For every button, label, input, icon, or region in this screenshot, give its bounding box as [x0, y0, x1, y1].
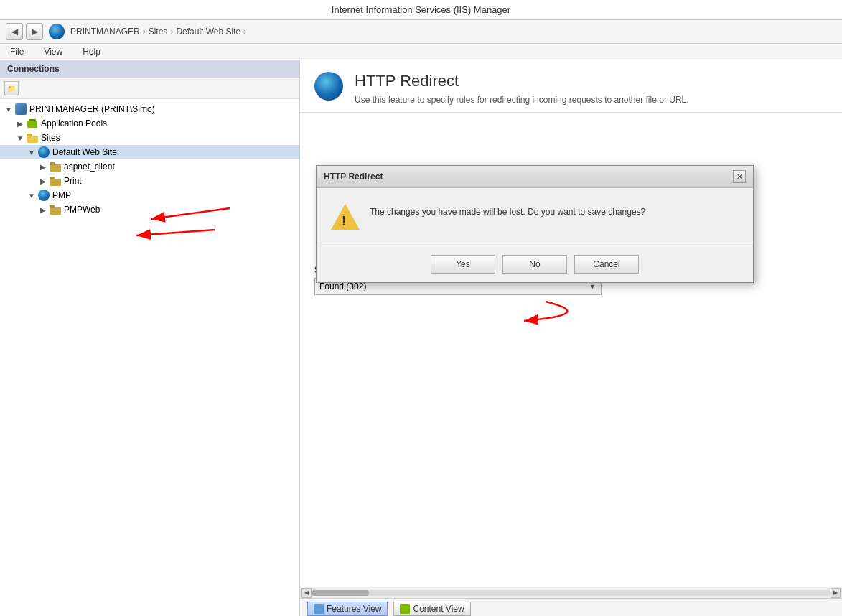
nav-bar: ◀ ▶ PRINTMANAGER › Sites › Default Web S… — [0, 20, 842, 44]
connections-tree: ▼ PRINTMANAGER (PRINT\Simo) ▶ Applicatio… — [0, 99, 299, 616]
warning-icon — [331, 202, 360, 231]
dialog-title: HTTP Redirect — [324, 172, 383, 182]
content-globe-icon — [314, 72, 343, 101]
menu-view[interactable]: View — [39, 45, 67, 58]
svg-rect-9 — [50, 207, 61, 215]
scroll-track[interactable] — [312, 590, 831, 596]
content-view-button[interactable]: Content View — [393, 602, 470, 616]
scroll-right-button[interactable]: ▶ — [831, 588, 841, 598]
main-layout: Connections 📁 ▼ PRINTMANAGER (PRINT\Simo… — [0, 60, 842, 616]
toolbar-icon[interactable]: 📁 — [4, 81, 19, 95]
tree-item-root[interactable]: ▼ PRINTMANAGER (PRINT\Simo) — [0, 102, 299, 116]
pmp-icon — [37, 190, 50, 201]
tree-item-sites[interactable]: ▼ Sites — [0, 131, 299, 145]
nav-globe-icon — [49, 24, 65, 39]
defaultwebsite-icon — [37, 146, 50, 158]
server-icon — [14, 103, 27, 115]
breadcrumb-item-2[interactable]: Sites — [149, 27, 168, 37]
breadcrumb-item-1[interactable]: PRINTMANAGER — [70, 27, 140, 37]
svg-rect-4 — [27, 134, 32, 136]
svg-rect-0 — [27, 121, 37, 128]
content-title: HTTP Redirect — [355, 72, 689, 90]
dialog-body: The changes you have made will be lost. … — [317, 188, 753, 246]
back-button[interactable]: ◀ — [6, 23, 23, 40]
aspnet-icon — [49, 161, 62, 172]
tree-item-print[interactable]: ▶ Print — [0, 174, 299, 188]
tree-item-apppools[interactable]: ▶ Application Pools — [0, 116, 299, 131]
connections-panel: Connections 📁 ▼ PRINTMANAGER (PRINT\Simo… — [0, 60, 300, 616]
sites-icon — [26, 132, 39, 144]
dialog-close-button[interactable]: ✕ — [733, 170, 746, 183]
tree-item-defaultwebsite[interactable]: ▼ Default Web Site — [0, 145, 299, 159]
tree-item-pmpweb[interactable]: ▶ PMPWeb — [0, 202, 299, 217]
svg-rect-5 — [50, 164, 61, 172]
breadcrumb: PRINTMANAGER › Sites › Default Web Site … — [70, 27, 246, 37]
window-title: Internet Information Services (IIS) Mana… — [332, 4, 510, 15]
breadcrumb-item-3[interactable]: Default Web Site — [176, 27, 240, 37]
features-view-button[interactable]: Features View — [307, 602, 388, 616]
content-header: HTTP Redirect Use this feature to specif… — [300, 60, 842, 113]
svg-rect-7 — [50, 179, 61, 186]
scroll-thumb — [312, 590, 369, 596]
dialog-message: The changes you have made will be lost. … — [370, 202, 739, 217]
svg-rect-10 — [50, 205, 55, 208]
scroll-left-button[interactable]: ◀ — [301, 588, 312, 598]
dialog-cancel-button[interactable]: Cancel — [574, 255, 639, 274]
features-view-icon — [314, 604, 324, 614]
content-description: Use this feature to specify rules for re… — [355, 95, 689, 105]
title-bar: Internet Information Services (IIS) Mana… — [0, 0, 842, 20]
svg-rect-1 — [29, 119, 36, 121]
apppool-icon — [26, 118, 39, 129]
svg-rect-6 — [50, 162, 55, 165]
http-redirect-dialog: HTTP Redirect ✕ The changes you have mad… — [316, 165, 754, 283]
connections-toolbar: 📁 — [0, 78, 299, 99]
connections-header: Connections — [0, 60, 299, 78]
forward-button[interactable]: ▶ — [26, 23, 43, 40]
horizontal-scrollbar: ◀ ▶ — [300, 587, 842, 598]
bottom-bar: Features View Content View — [300, 598, 842, 616]
menu-help[interactable]: Help — [78, 45, 105, 58]
svg-rect-8 — [50, 177, 55, 179]
dialog-footer: Yes No Cancel — [317, 246, 753, 282]
pmpweb-icon — [49, 204, 62, 215]
content-view-icon — [400, 604, 410, 614]
dialog-no-button[interactable]: No — [502, 255, 567, 274]
dialog-title-bar: HTTP Redirect ✕ — [317, 166, 753, 188]
menu-bar: File View Help — [0, 44, 842, 60]
menu-file[interactable]: File — [6, 45, 28, 58]
tree-item-pmp[interactable]: ▼ PMP — [0, 188, 299, 202]
dialog-yes-button[interactable]: Yes — [431, 255, 495, 274]
content-area: HTTP Redirect Use this feature to specif… — [300, 60, 842, 616]
tree-item-aspnet[interactable]: ▶ aspnet_client — [0, 159, 299, 174]
print-icon — [49, 175, 62, 187]
